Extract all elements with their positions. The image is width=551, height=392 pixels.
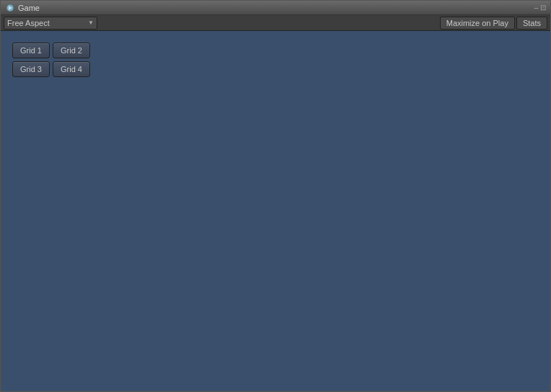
grid-buttons-container: Grid 1Grid 2Grid 3Grid 4	[12, 43, 90, 77]
game-window: Game – ⊡ Free Aspect ▼ Maximize on Play …	[0, 0, 551, 392]
toolbar-right: Maximize on Play Stats	[440, 17, 547, 30]
game-icon	[5, 3, 15, 13]
maximize-on-play-button[interactable]: Maximize on Play	[440, 17, 515, 30]
aspect-dropdown[interactable]: Free Aspect ▼	[4, 17, 97, 30]
grid-button-grid3[interactable]: Grid 3	[12, 61, 50, 77]
title-bar: Game – ⊡	[1, 1, 550, 15]
grid-button-grid2[interactable]: Grid 2	[53, 43, 90, 58]
aspect-label: Free Aspect	[7, 19, 50, 27]
window-title: Game	[18, 4, 40, 12]
toolbar: Free Aspect ▼ Maximize on Play Stats	[1, 15, 550, 31]
game-viewport: Grid 1Grid 2Grid 3Grid 4	[1, 31, 550, 391]
dropdown-arrow-icon: ▼	[88, 19, 94, 26]
stats-button[interactable]: Stats	[516, 17, 547, 30]
grid-button-grid1[interactable]: Grid 1	[12, 43, 50, 58]
window-controls: – ⊡	[534, 4, 546, 12]
grid-button-grid4[interactable]: Grid 4	[53, 61, 90, 77]
title-control-text: – ⊡	[534, 4, 546, 12]
